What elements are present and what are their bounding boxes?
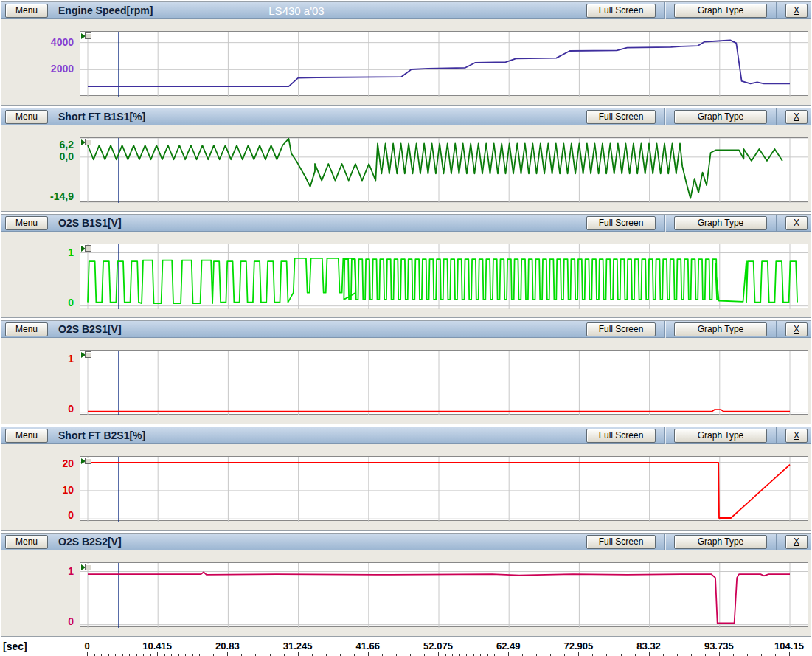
full-screen-button[interactable]: Full Screen (586, 429, 656, 443)
y-axis-label: 0 (1, 296, 74, 309)
y-axis-label: 20 (1, 457, 74, 470)
time-tick-label: 93.735 (697, 641, 741, 652)
close-button[interactable]: X (785, 4, 808, 18)
y-axis-label: 1 (1, 564, 74, 578)
full-screen-button[interactable]: Full Screen (586, 322, 656, 336)
panel-titlebar: MenuO2S B1S1[V]Full ScreenGraph TypeX (1, 215, 811, 232)
handle-grip (85, 245, 91, 252)
graph-type-button[interactable]: Graph Type (674, 216, 767, 230)
titlebar-buttons: Full ScreenGraph TypeX (586, 2, 811, 19)
graph-panel: MenuO2S B2S1[V]Full ScreenGraph TypeX10 (1, 320, 811, 424)
chart-canvas (80, 138, 808, 203)
titlebar-separator (776, 534, 777, 550)
close-button[interactable]: X (785, 429, 808, 443)
menu-button[interactable]: Menu (5, 216, 48, 230)
handle-grip (85, 32, 91, 39)
time-tick-label: 41.66 (346, 641, 390, 652)
scale-handle[interactable] (81, 564, 94, 573)
y-axis-label: 10 (1, 483, 74, 497)
graph-panel: MenuShort FT B2S1[%]Full ScreenGraph Typ… (1, 427, 811, 531)
titlebar-separator (664, 215, 665, 232)
menu-button[interactable]: Menu (5, 322, 48, 336)
panel-body: 6,20,0-14,9 (1, 125, 811, 211)
plot-area[interactable] (80, 562, 808, 627)
titlebar-separator (664, 321, 665, 338)
plot-area[interactable] (80, 244, 808, 308)
time-tick-label: 0 (65, 641, 109, 652)
y-axis-label: 0 (1, 615, 74, 628)
minor-tick (87, 652, 88, 656)
close-button[interactable]: X (785, 322, 808, 336)
graph-panel: MenuShort FT B1S1[%]Full ScreenGraph Typ… (1, 108, 811, 212)
titlebar-buttons: Full ScreenGraph TypeX (586, 534, 811, 550)
graph-panel: MenuO2S B2S2[V]Full ScreenGraph TypeX10 (1, 533, 811, 637)
panel-titlebar: MenuO2S B2S1[V]Full ScreenGraph TypeX (1, 321, 811, 338)
scale-handle[interactable] (81, 32, 94, 41)
scale-handle[interactable] (81, 139, 94, 148)
minor-tick (649, 652, 650, 656)
handle-grip (85, 351, 91, 358)
y-axis-label: 1 (1, 246, 74, 259)
minor-tick (227, 652, 228, 656)
plot-area[interactable] (80, 350, 808, 415)
graph-panel: MenuO2S B1S1[V]Full ScreenGraph TypeX10 (1, 214, 811, 318)
panel-title: Short FT B2S1[%] (58, 429, 145, 441)
chart-canvas (80, 457, 808, 522)
graph-type-button[interactable]: Graph Type (674, 4, 767, 18)
full-screen-button[interactable]: Full Screen (586, 4, 656, 18)
y-axis-label: 2000 (1, 62, 74, 75)
menu-button[interactable]: Menu (5, 4, 48, 18)
titlebar-buttons: Full ScreenGraph TypeX (586, 108, 811, 125)
panel-title: Engine Speed[rpm] (58, 4, 153, 16)
titlebar-separator (664, 108, 665, 125)
full-screen-button[interactable]: Full Screen (586, 216, 656, 230)
signal-trace (88, 258, 797, 303)
y-axis-label: 0 (1, 402, 74, 415)
close-button[interactable]: X (785, 216, 808, 230)
handle-grip (85, 139, 91, 145)
panel-body: 10 (1, 550, 811, 636)
menu-button[interactable]: Menu (5, 429, 48, 443)
graph-type-button[interactable]: Graph Type (674, 110, 767, 124)
y-axis-label: 1 (1, 352, 74, 365)
minor-tick (719, 652, 720, 656)
titlebar-separator (776, 2, 777, 19)
menu-button[interactable]: Menu (5, 110, 48, 124)
minor-tick (789, 652, 790, 656)
time-tick-label: 72.905 (556, 641, 600, 652)
panel-title: Short FT B1S1[%] (58, 111, 145, 122)
y-axis-label: 0,0 (1, 150, 74, 163)
panel-titlebar: MenuO2S B2S2[V]Full ScreenGraph TypeX (1, 534, 811, 550)
y-axis-label: -14,9 (1, 190, 74, 203)
time-tick-label: 62.49 (486, 641, 530, 652)
panel-titlebar: MenuShort FT B1S1[%]Full ScreenGraph Typ… (1, 108, 811, 125)
minor-tick (438, 652, 439, 656)
plot-area[interactable] (80, 456, 808, 521)
scale-handle[interactable] (81, 351, 94, 360)
time-tick-label: 20.83 (205, 641, 249, 652)
chart-canvas (80, 244, 808, 309)
scale-handle[interactable] (81, 458, 94, 466)
plot-area[interactable] (80, 31, 808, 96)
full-screen-button[interactable]: Full Screen (586, 535, 656, 549)
graph-type-button[interactable]: Graph Type (674, 535, 767, 549)
panel-titlebar: MenuEngine Speed[rpm]LS430 a'03Full Scre… (1, 2, 811, 19)
titlebar-separator (664, 427, 665, 444)
panel-body: 10 (1, 338, 811, 424)
minor-tick (298, 652, 299, 656)
close-button[interactable]: X (785, 535, 808, 549)
menu-button[interactable]: Menu (5, 535, 48, 549)
titlebar-separator (664, 2, 665, 19)
close-button[interactable]: X (785, 110, 808, 124)
minor-tick (508, 652, 509, 656)
titlebar-buttons: Full ScreenGraph TypeX (586, 427, 811, 444)
scale-handle[interactable] (81, 245, 94, 254)
graph-type-button[interactable]: Graph Type (674, 429, 767, 443)
full-screen-button[interactable]: Full Screen (586, 110, 656, 124)
panel-titlebar: MenuShort FT B2S1[%]Full ScreenGraph Typ… (1, 427, 811, 444)
time-tick-label: 10.415 (135, 641, 179, 652)
plot-area[interactable] (80, 137, 808, 202)
graph-type-button[interactable]: Graph Type (674, 322, 767, 336)
panel-title: O2S B2S2[V] (58, 536, 122, 548)
handle-grip (85, 458, 91, 464)
